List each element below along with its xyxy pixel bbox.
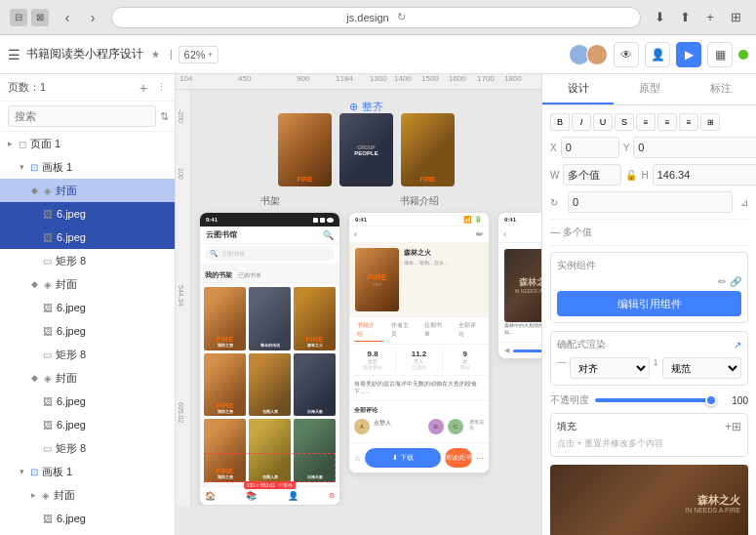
refresh-icon[interactable]: ↻ — [397, 11, 406, 23]
bd-tab-intro[interactable]: 书籍介绍 — [354, 319, 383, 342]
layer-item-page[interactable]: ▸ ◻ 页面 1 — [0, 132, 175, 155]
auto-layout-select-1[interactable]: 对齐 — [570, 357, 650, 379]
ruler-mark: 1184 — [336, 74, 353, 83]
url-bar[interactable]: js.design ↻ — [111, 7, 641, 28]
canvas-area[interactable]: 104 450 900 1184 1300 1400 1500 1600 170… — [176, 74, 541, 535]
tab-notes[interactable]: 标注 — [685, 74, 756, 104]
layer-item-img-4[interactable]: 🖼 6.jpeg — [0, 319, 175, 343]
layer-search-input[interactable] — [8, 105, 156, 127]
layer-item-group-2[interactable]: ◆ ◈ 封面 — [0, 272, 175, 296]
bs-book-1[interactable]: FIRE 预防之患 — [204, 287, 246, 350]
browser-btn-2[interactable]: ⊠ — [31, 9, 49, 26]
w-input[interactable] — [563, 164, 621, 185]
tab-design[interactable]: 设计 — [542, 74, 614, 104]
bs-book-6[interactable]: 沿海天敌 — [294, 353, 336, 417]
rotation-input[interactable] — [568, 191, 733, 213]
bs-footer-home[interactable]: 🏠 — [205, 491, 216, 501]
bs-footer-person[interactable]: 👤 — [288, 491, 298, 501]
nav-forward-btn[interactable]: › — [82, 7, 103, 28]
align-icon: ⊕ — [349, 101, 358, 113]
play-icon-btn[interactable]: ▶ — [676, 42, 701, 67]
puzzle-browser-btn[interactable]: ⊞ — [725, 7, 746, 28]
bold-btn[interactable]: B — [550, 113, 570, 131]
bs-book-2[interactable]: 毒伞的传说 — [249, 287, 291, 350]
underline-btn[interactable]: U — [593, 113, 613, 131]
eye-icon-btn[interactable]: 👁 — [614, 42, 639, 67]
layer-name: 6.jpeg — [57, 419, 167, 431]
bd-tab-author[interactable]: 作者主页 — [388, 319, 418, 342]
app-title: 书籍阅读类小程序设计 — [26, 46, 143, 62]
bs-book-4[interactable]: FIRE 预防之患 — [204, 353, 246, 417]
browser-btn-1[interactable]: ⊟ — [10, 9, 27, 26]
rd-title-big: 森林之火 — [514, 277, 541, 288]
layer-item-rect-1[interactable]: ▭ 矩形 8 — [0, 249, 175, 272]
bs-footer-settings[interactable]: ⚙ — [329, 492, 335, 500]
layer-sort-btn[interactable]: ⇅ — [160, 107, 169, 125]
layer-item-artboard-1[interactable]: ▾ ⊡ 画板 1 — [0, 155, 175, 179]
auto-layout-link[interactable]: ↗ — [734, 340, 741, 350]
zoom-control[interactable]: 62% + — [179, 46, 219, 63]
action-icon-2[interactable]: ⋯ — [476, 454, 484, 463]
rd-footer-icon-1[interactable]: ◀ — [504, 347, 509, 354]
bs-search-btn[interactable]: 🔍 — [323, 230, 334, 240]
layer-item-group-1[interactable]: ◆ ◈ 封面 — [0, 179, 175, 202]
grid-view-btn[interactable]: ⊞ — [700, 113, 720, 131]
panel-settings-icon[interactable]: ⋮ — [156, 81, 167, 94]
layer-item-img-6[interactable]: 🖼 6.jpeg — [0, 413, 175, 436]
add-layer-btn[interactable]: + — [135, 79, 152, 97]
bs-time: 9:41 — [206, 217, 218, 223]
tab-prototype[interactable]: 原型 — [614, 74, 685, 104]
lock-icon: 🔓 — [625, 170, 637, 181]
layer-item-rect-2[interactable]: ▭ 矩形 8 — [0, 343, 175, 366]
artboard-icon: ⊡ — [30, 467, 38, 477]
nav-back-btn[interactable]: ‹ — [57, 7, 78, 28]
fill-grid-btn[interactable]: ⊞ — [732, 420, 741, 433]
bs-search-box[interactable]: 🔍 云图书馆 — [205, 247, 335, 261]
auto-layout-select-2[interactable]: 规范 — [662, 357, 742, 379]
layer-item-img-2[interactable]: 🖼 6.jpeg — [0, 226, 175, 249]
bs-book-3[interactable]: FIRE 森林之火 — [294, 287, 336, 350]
h-input[interactable] — [653, 164, 756, 185]
layer-item-img-8[interactable]: 🖼 6.jpeg — [0, 530, 175, 535]
bd-tab-books[interactable]: 往期书单 — [421, 319, 451, 342]
layer-item-group-3[interactable]: ◆ ◈ 封面 — [0, 366, 175, 390]
layer-item-rect-3[interactable]: ▭ 矩形 8 — [0, 436, 175, 460]
layer-item-img-3[interactable]: 🖼 6.jpeg — [0, 296, 175, 319]
align-left-btn[interactable]: ≡ — [636, 113, 656, 131]
desc-more-btn[interactable]: ... — [366, 389, 371, 394]
download-browser-btn[interactable]: ⬇ — [649, 7, 670, 28]
layer-item-img-1[interactable]: 🖼 6.jpeg — [0, 202, 175, 226]
grid-icon-btn[interactable]: ▦ — [707, 42, 733, 67]
strikethrough-btn[interactable]: S — [615, 113, 634, 131]
bd-download-btn[interactable]: ⬇ 下载 — [365, 448, 441, 468]
layer-item-img-5[interactable]: 🖼 6.jpeg — [0, 390, 175, 413]
bs-book-5[interactable]: 包围人类 — [249, 353, 291, 417]
layer-item-img-7[interactable]: 🖼 6.jpeg — [0, 507, 175, 530]
y-input[interactable] — [633, 137, 756, 158]
align-center-btn[interactable]: ≡ — [657, 113, 677, 131]
menu-icon[interactable]: ☰ — [8, 47, 20, 62]
instance-edit-icon[interactable]: ✏ — [718, 276, 726, 287]
layer-item-artboard-2[interactable]: ▾ ⊡ 画板 1 — [0, 460, 175, 483]
plus-browser-btn[interactable]: + — [699, 7, 721, 28]
bd-back-btn[interactable]: ‹ — [354, 229, 357, 239]
align-right-btn[interactable]: ≡ — [679, 113, 698, 131]
action-icon-1[interactable]: ☆ — [354, 454, 361, 463]
person-icon-btn[interactable]: 👤 — [645, 42, 670, 67]
bd-edit-icon[interactable]: ✏ — [476, 229, 484, 239]
canvas-content-area[interactable]: ⊕ 整齐 FIRE GROUP PEOPLE — [191, 90, 541, 506]
italic-btn[interactable]: I — [572, 113, 591, 131]
opacity-slider[interactable] — [595, 398, 717, 402]
bd-fire-text: FIRE — [367, 272, 387, 282]
bd-tab-reviews[interactable]: 全部评论 — [456, 319, 485, 342]
instance-link-icon[interactable]: 🔗 — [730, 276, 741, 287]
layer-item-group-4[interactable]: ▸ ◈ 封面 — [0, 483, 175, 507]
align-marker[interactable]: ⊕ 整齐 — [349, 100, 383, 114]
share-browser-btn[interactable]: ⬆ — [674, 7, 696, 28]
instance-comp-btn[interactable]: 编辑引用组件 — [557, 291, 741, 316]
bd-read-btn[interactable]: 阅读此书 — [445, 448, 472, 468]
bs-footer-book[interactable]: 📚 — [246, 491, 257, 501]
fill-add-btn[interactable]: + — [725, 420, 732, 433]
multiple-values-label: — 多个值 — [550, 226, 748, 239]
x-input[interactable] — [561, 137, 619, 158]
